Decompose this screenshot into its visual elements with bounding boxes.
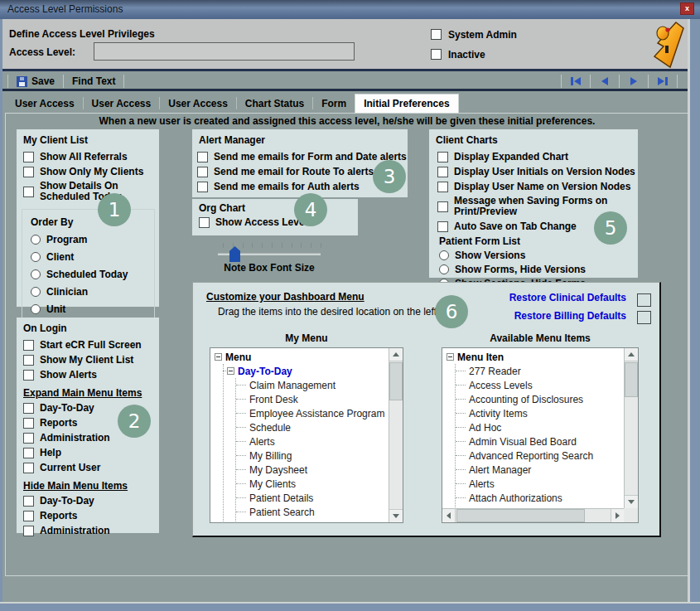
radio[interactable]	[31, 287, 41, 297]
tab-user-access-3[interactable]: User Access	[160, 95, 236, 113]
collapse-icon[interactable]	[215, 353, 222, 361]
tab-user-access-1[interactable]: User Access	[7, 95, 83, 113]
tab-user-access-2[interactable]: User Access	[84, 95, 160, 113]
save-button[interactable]: Save	[13, 74, 58, 89]
tree-item[interactable]: Alerts	[456, 477, 624, 491]
checkbox[interactable]	[197, 182, 208, 192]
tree-item[interactable]: Advanced Reporting Search	[456, 449, 624, 463]
checkbox[interactable]	[199, 217, 210, 228]
collapse-icon[interactable]	[447, 353, 454, 361]
panel-title: My Client List	[17, 129, 159, 148]
checkbox-label: Send me email for Route To alerts	[214, 166, 374, 177]
restore-billing-checkbox[interactable]	[637, 311, 651, 324]
scroll-down-button[interactable]	[625, 495, 638, 508]
tab-form[interactable]: Form	[313, 95, 355, 113]
tree-item[interactable]: My Billing	[236, 449, 389, 463]
checkbox[interactable]	[197, 152, 208, 162]
checkbox[interactable]	[23, 355, 34, 366]
tree-node-branch[interactable]: Day-To-Day	[224, 364, 389, 378]
checkbox[interactable]	[23, 403, 34, 414]
checkbox[interactable]	[23, 511, 34, 521]
radio[interactable]	[439, 250, 449, 260]
window-edge	[0, 19, 2, 605]
tree-item[interactable]: Patient Search	[236, 505, 389, 519]
collapse-icon[interactable]	[227, 367, 234, 375]
checkbox[interactable]	[23, 370, 34, 381]
radio[interactable]	[31, 304, 41, 314]
previous-record-button[interactable]	[596, 75, 614, 88]
arrow-down-icon	[393, 514, 399, 518]
tab-initial-preferences[interactable]: Initial Preferences	[355, 94, 458, 113]
tree-item[interactable]: 277 Reader	[456, 364, 624, 378]
tree-item[interactable]: Patient Registration	[236, 519, 389, 522]
scroll-up-button[interactable]	[625, 348, 638, 361]
checkbox[interactable]	[437, 167, 448, 177]
toolbar: Save Find Text	[2, 74, 694, 91]
checkbox[interactable]	[23, 187, 34, 197]
checkbox[interactable]	[23, 418, 34, 429]
arrow-up-icon	[628, 352, 635, 356]
checkbox[interactable]	[437, 182, 448, 192]
last-record-button[interactable]	[654, 75, 672, 88]
tree-item[interactable]: Ad Hoc	[456, 420, 624, 434]
tree-node-root[interactable]: Menu	[215, 350, 389, 364]
tree-item[interactable]: Claim Management	[236, 378, 389, 392]
tree-item[interactable]: Front Desk	[236, 392, 389, 406]
tree-item[interactable]: Patient Details	[236, 491, 389, 505]
first-record-button[interactable]	[567, 75, 585, 88]
checkbox[interactable]	[23, 448, 34, 458]
my-menu-tree[interactable]: Menu Day-To-Day Claim Management Front D…	[210, 347, 403, 523]
checkbox[interactable]	[437, 152, 448, 162]
radio[interactable]	[439, 264, 449, 274]
checkbox[interactable]	[437, 201, 448, 212]
tree-item[interactable]: My Clients	[236, 477, 389, 491]
checkbox-label: Start eCR Full Screen	[40, 339, 142, 351]
scroll-up-button[interactable]	[389, 348, 403, 361]
tab-chart-status[interactable]: Chart Status	[237, 95, 312, 113]
radio[interactable]	[31, 252, 41, 262]
checkbox[interactable]	[197, 167, 208, 177]
tree-item[interactable]: My Daysheet	[236, 463, 389, 477]
vertical-scrollbar[interactable]	[624, 348, 638, 508]
radio[interactable]	[31, 235, 41, 245]
scrollbar-thumb[interactable]	[456, 509, 585, 522]
tree-item[interactable]: Employee Assistance Program	[236, 406, 389, 420]
checkbox[interactable]	[23, 152, 34, 162]
checkbox[interactable]	[23, 463, 34, 473]
checkbox-label: Day-To-Day	[40, 495, 94, 507]
title-bar[interactable]: Access Level Permissions x	[0, 0, 700, 19]
tree-item[interactable]: Schedule	[236, 420, 389, 434]
tree-item[interactable]: Access Levels	[456, 378, 624, 392]
checkbox[interactable]	[23, 340, 34, 351]
next-record-button[interactable]	[625, 75, 643, 88]
scrollbar-thumb[interactable]	[389, 362, 403, 400]
scroll-right-button[interactable]	[611, 509, 624, 522]
horizontal-scrollbar[interactable]	[442, 508, 624, 522]
close-button[interactable]: x	[680, 2, 694, 15]
scroll-left-button[interactable]	[442, 509, 456, 522]
tree-item[interactable]: Activity Items	[456, 406, 624, 420]
tree-item[interactable]: Alert Manager	[456, 463, 624, 477]
vertical-scrollbar[interactable]	[389, 348, 403, 522]
tree-item[interactable]: Accounting of Disclosures	[456, 392, 624, 406]
tree-item[interactable]: Alerts	[236, 434, 389, 449]
tree-item[interactable]: Attach Authorizations	[456, 491, 624, 505]
inactive-checkbox[interactable]	[431, 49, 442, 60]
restore-clinical-checkbox[interactable]	[637, 293, 651, 307]
access-level-input[interactable]	[94, 42, 355, 61]
find-text-button[interactable]: Find Text	[69, 74, 118, 89]
restore-clinical-defaults-link[interactable]: Restore Clinical Defaults	[509, 292, 626, 303]
checkbox[interactable]	[23, 167, 34, 177]
checkbox[interactable]	[23, 433, 34, 444]
tree-item[interactable]: Admin Visual Bed Board	[456, 434, 624, 449]
scroll-down-button[interactable]	[389, 509, 403, 522]
scrollbar-thumb[interactable]	[625, 362, 638, 397]
tree-node-root[interactable]: Menu Iten	[447, 350, 624, 364]
system-admin-checkbox[interactable]	[431, 29, 442, 40]
radio[interactable]	[31, 269, 41, 279]
checkbox[interactable]	[23, 496, 34, 507]
restore-billing-defaults-link[interactable]: Restore Billing Defaults	[514, 310, 626, 322]
available-menu-items-tree[interactable]: Menu Iten 277 Reader Access Levels Accou…	[442, 347, 639, 523]
checkbox[interactable]	[437, 221, 448, 232]
checkbox[interactable]	[23, 526, 34, 536]
